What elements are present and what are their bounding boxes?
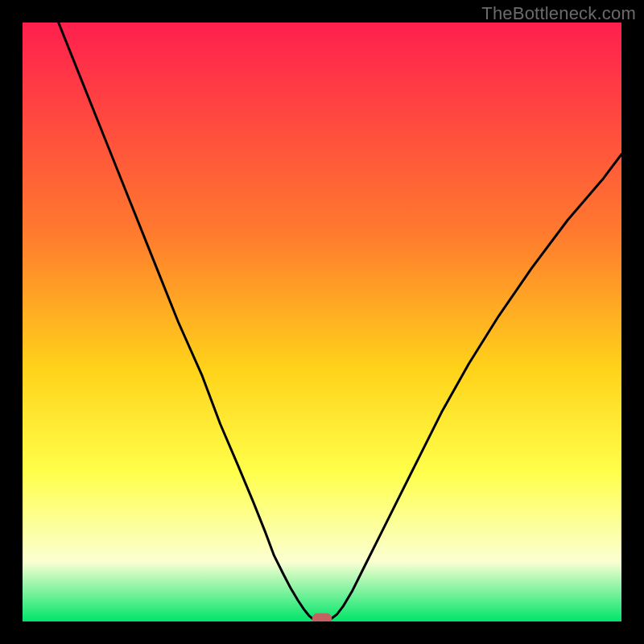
bottleneck-marker: [312, 613, 332, 621]
watermark-text: TheBottleneck.com: [481, 3, 636, 24]
plot-area: [23, 23, 621, 621]
chart-svg: [23, 23, 621, 621]
chart-frame: TheBottleneck.com: [0, 0, 644, 644]
gradient-background: [23, 23, 621, 621]
